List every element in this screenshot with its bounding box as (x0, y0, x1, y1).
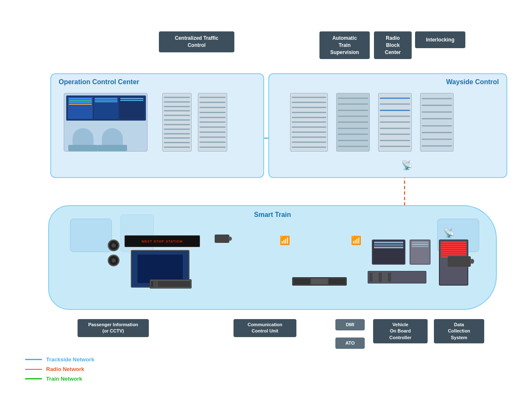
trackside-legend-text: Trackside Network (46, 356, 94, 363)
wayside-rack-4 (420, 93, 454, 152)
wayside-rack-2 (336, 93, 370, 152)
rbc-label: RadioBlockCenter (374, 31, 412, 59)
control-room-image (64, 93, 148, 152)
trackside-line-sample (25, 359, 42, 360)
legend: Trackside Network Radio Network Train Ne… (25, 356, 94, 385)
wayside-rack-3 (378, 93, 412, 152)
speaker-2 (108, 255, 119, 266)
smart-train-body: Smart Train NEXT STOP STATION 📶 📶 (48, 205, 497, 310)
speaker-1 (108, 240, 119, 251)
ccu-hardware (292, 277, 347, 286)
train-legend-text: Train Network (46, 376, 82, 382)
occ-title: Operation Control Center (59, 78, 139, 86)
ctc-label: Centralized TrafficControl (159, 31, 234, 52)
passenger-info-label: Passenger Information(or CCTV) (78, 319, 149, 337)
camera-top (215, 234, 229, 243)
interlocking-label: Interlocking (415, 31, 465, 48)
smart-train-label: Smart Train (254, 211, 291, 219)
wayside-title: Wayside Control (446, 78, 499, 86)
wifi-right: 📶 (351, 235, 361, 245)
train-antenna: 📡 (443, 228, 454, 239)
train-line-sample (25, 378, 42, 379)
wayside-antenna: 📡 (401, 160, 413, 171)
right-camera (448, 256, 471, 267)
wifi-left: 📶 (280, 235, 290, 245)
dmi-label: DMI (335, 319, 365, 330)
dmi-screen (372, 240, 405, 265)
ato-panel (410, 240, 431, 265)
legend-trackside: Trackside Network (25, 356, 94, 363)
legend-radio: Radio Network (25, 366, 94, 372)
circuit-board (368, 271, 426, 283)
network-device (150, 279, 192, 289)
next-stop-display: NEXT STOP STATION (125, 235, 200, 247)
vobc-label: VehicleOn BoardController (373, 319, 428, 343)
wayside-section: Wayside Control (268, 73, 507, 178)
ato-label: ATO (335, 338, 365, 349)
occ-section: Operation Control Center (50, 73, 264, 178)
occ-rack-2 (198, 93, 227, 152)
wayside-rack-1 (290, 93, 328, 152)
ccu-label: CommunicationControl Unit (234, 319, 296, 337)
ats-label: AutomaticTrainSupervision (319, 31, 370, 59)
radio-line-sample (25, 369, 42, 370)
dcs-label: DataCollectionSystem (434, 319, 484, 343)
legend-train: Train Network (25, 376, 94, 382)
occ-rack-1 (162, 93, 192, 152)
radio-legend-text: Radio Network (46, 366, 84, 372)
